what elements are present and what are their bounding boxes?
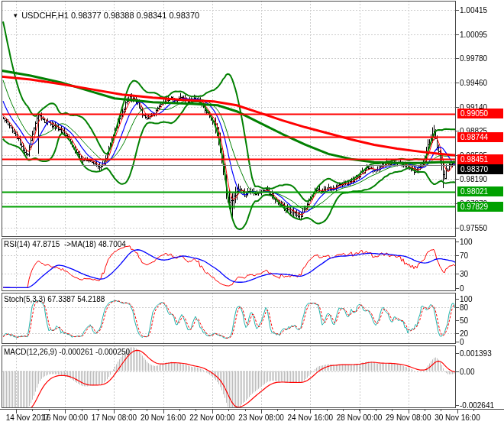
ohlc-values-label: 0.98377 0.98388 0.98341 0.98370 [71,11,199,20]
macd-tick-label: 0.001393 [460,349,492,358]
price-badge-current: 0.98370 [457,164,503,174]
rsi-indicator-label: RSI(14) 47.8715 ->MA(18) 48.7004 [4,240,126,248]
stoch-tick-label: 100 [460,295,473,303]
stoch-tick-label: 0 [460,338,464,346]
rsi-tick-label: 100 [460,237,473,245]
time-axis-label: 17 Nov 08:00 [92,413,137,422]
rsi-tick-label: 70 [460,251,468,259]
time-axis-label: 30 Nov 16:00 [435,413,480,422]
price-badge-resistance: 0.99050 [457,109,503,118]
time-axis-label: 20 Nov 16:00 [141,413,186,422]
rsi-tick-label: 0 [460,284,464,292]
time-axis-label: 28 Nov 00:00 [337,413,383,422]
price-badge-support: 0.97829 [457,202,503,212]
collapse-chart-icon[interactable]: ▼ [12,12,18,19]
price-badge-support: 0.98021 [457,186,503,196]
macd-indicator-label: MACD(12,26,9) -0.000261 -0.000250 [4,348,130,356]
price-tick-label: 1.00095 [460,30,487,38]
macd-tick-label: 0.00 [460,367,474,375]
time-axis-label: 16 Nov 00:00 [42,413,88,422]
stoch-tick-label: 20 [460,329,468,337]
price-badge-resistance: 0.98451 [457,154,503,164]
stoch-tick-label: 50 [460,316,468,325]
chart-header: ▼USDCHF,H1 0.98377 0.98388 0.98341 0.983… [3,2,199,29]
price-tick-label: 1.00415 [460,6,487,15]
symbol-timeframe-label: USDCHF,H1 [21,11,69,20]
stoch-indicator-label: Stoch(5,3,3) 67.3387 54.2188 [4,295,105,303]
time-axis-label: 29 Nov 08:00 [386,413,431,422]
time-axis-label: 24 Nov 16:00 [288,413,334,422]
trading-chart-window: ▼USDCHF,H1 0.98377 0.98388 0.98341 0.983… [0,0,504,428]
price-tick-label: 0.99460 [460,78,487,86]
time-axis-label: 23 Nov 08:00 [238,413,284,422]
time-axis-label: 22 Nov 00:00 [189,413,235,422]
price-badge-resistance: 0.98744 [457,132,503,142]
price-tick-label: 0.99780 [460,54,487,63]
stoch-tick-label: 80 [460,303,468,312]
price-tick-label: 0.97550 [460,223,487,232]
price-tick-label: 0.98190 [460,175,487,183]
macd-tick-label: -0.002641 [460,401,494,410]
chart-canvas[interactable] [0,0,504,428]
rsi-tick-label: 30 [460,270,468,278]
